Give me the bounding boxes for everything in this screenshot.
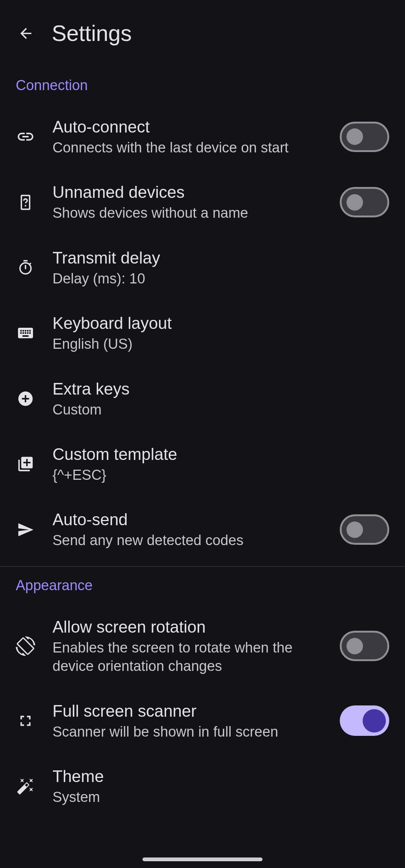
- item-keyboard-layout[interactable]: Keyboard layout English (US): [0, 300, 405, 366]
- item-subtitle: {^+ESC}: [52, 466, 382, 484]
- section-header-connection: Connection: [0, 67, 405, 104]
- item-full-screen-scanner[interactable]: Full screen scanner Scanner will be show…: [0, 688, 405, 753]
- unknown-device-icon: [16, 194, 35, 211]
- item-subtitle: Shows devices without a name: [52, 204, 332, 222]
- toggle-screen-rotation[interactable]: [340, 631, 389, 661]
- toggle-auto-send[interactable]: [340, 514, 389, 545]
- back-button[interactable]: [17, 24, 35, 42]
- item-body: Allow screen rotation Enables the screen…: [35, 616, 340, 676]
- toggle-auto-connect[interactable]: [340, 122, 389, 152]
- item-title: Auto-connect: [52, 116, 332, 137]
- toggle-full-screen-scanner[interactable]: [340, 705, 389, 736]
- item-subtitle: System: [52, 788, 382, 806]
- send-icon: [16, 521, 35, 538]
- item-title: Keyboard layout: [52, 313, 382, 333]
- item-theme[interactable]: Theme System: [0, 753, 405, 819]
- item-subtitle: Connects with the last device on start: [52, 139, 332, 157]
- item-body: Transmit delay Delay (ms): 10: [35, 247, 389, 288]
- screen-rotation-icon: [16, 636, 35, 656]
- item-subtitle: Enables the screen to rotate when the de…: [52, 639, 332, 676]
- item-auto-connect[interactable]: Auto-connect Connects with the last devi…: [0, 104, 405, 169]
- item-title: Transmit delay: [52, 247, 382, 268]
- item-title: Theme: [52, 766, 382, 787]
- item-subtitle: Delay (ms): 10: [52, 270, 382, 288]
- item-body: Keyboard layout English (US): [35, 313, 389, 353]
- item-unnamed-devices[interactable]: Unnamed devices Shows devices without a …: [0, 169, 405, 235]
- item-extra-keys[interactable]: Extra keys Custom: [0, 366, 405, 431]
- item-subtitle: Send any new detected codes: [52, 531, 332, 550]
- toggle-unnamed-devices[interactable]: [340, 187, 389, 217]
- item-title: Custom template: [52, 444, 382, 464]
- fullscreen-icon: [16, 712, 35, 729]
- item-body: Auto-send Send any new detected codes: [35, 509, 340, 550]
- item-subtitle: English (US): [52, 335, 382, 353]
- item-subtitle: Custom: [52, 401, 382, 419]
- item-title: Allow screen rotation: [52, 616, 332, 637]
- item-body: Theme System: [35, 766, 389, 806]
- app-bar: Settings: [0, 0, 405, 67]
- add-circle-icon: [16, 390, 35, 407]
- link-icon: [16, 127, 35, 146]
- timer-icon: [16, 259, 35, 276]
- add-to-queue-icon: [16, 455, 35, 473]
- item-subtitle: Scanner will be shown in full screen: [52, 723, 332, 741]
- item-title: Unnamed devices: [52, 182, 332, 202]
- section-header-appearance: Appearance: [0, 567, 405, 604]
- magic-wand-icon: [16, 777, 35, 795]
- home-indicator[interactable]: [142, 857, 262, 861]
- item-custom-template[interactable]: Custom template {^+ESC}: [0, 431, 405, 497]
- arrow-back-icon: [18, 25, 34, 42]
- item-body: Full screen scanner Scanner will be show…: [35, 701, 340, 741]
- keyboard-icon: [16, 324, 35, 342]
- item-body: Custom template {^+ESC}: [35, 444, 389, 484]
- item-auto-send[interactable]: Auto-send Send any new detected codes: [0, 497, 405, 562]
- item-body: Extra keys Custom: [35, 378, 389, 419]
- item-title: Auto-send: [52, 509, 332, 530]
- item-body: Auto-connect Connects with the last devi…: [35, 116, 340, 157]
- item-body: Unnamed devices Shows devices without a …: [35, 182, 340, 222]
- item-screen-rotation[interactable]: Allow screen rotation Enables the screen…: [0, 604, 405, 688]
- item-title: Full screen scanner: [52, 701, 332, 721]
- page-title: Settings: [52, 21, 132, 46]
- item-transmit-delay[interactable]: Transmit delay Delay (ms): 10: [0, 235, 405, 300]
- item-title: Extra keys: [52, 378, 382, 399]
